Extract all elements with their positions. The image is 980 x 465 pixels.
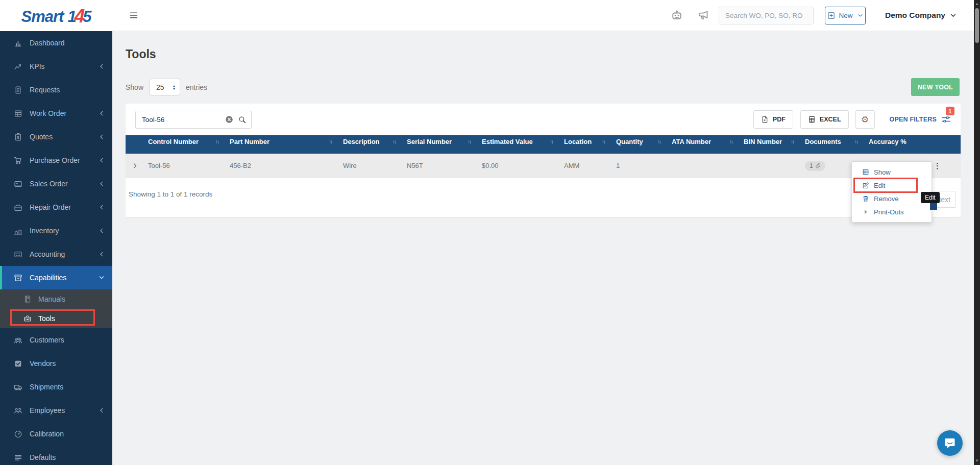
column-header-quantity[interactable]: Quantity↑↓ — [612, 135, 668, 149]
vendor-badge-icon — [14, 359, 22, 368]
sidebar-item-accounting[interactable]: Accounting — [0, 242, 112, 266]
sidebar-item-capabilities[interactable]: Capabilities — [0, 266, 112, 289]
sidebar-item-label: Purchase Order — [30, 156, 80, 164]
context-menu-item-label: Show — [874, 168, 891, 176]
edit-icon — [862, 182, 869, 189]
scrollbar-down-arrow-icon[interactable]: ▼ — [974, 459, 980, 463]
sort-icon[interactable]: ↑↓ — [599, 139, 605, 144]
scrollbar-up-arrow-icon[interactable]: ▲ — [974, 2, 980, 6]
company-selector[interactable]: Demo Company — [885, 11, 957, 20]
column-label: Description — [343, 138, 380, 145]
context-menu-item-print-outs[interactable]: Print-Outs — [852, 205, 932, 218]
show-label: Show — [126, 83, 143, 91]
column-label: Quantity — [616, 138, 643, 145]
column-header-description[interactable]: Description↑↓ — [339, 135, 403, 149]
assistant-bot-icon[interactable] — [671, 9, 683, 21]
page-title: Tools — [126, 47, 974, 61]
open-filters-button[interactable]: OPEN FILTERS 1 — [890, 115, 950, 124]
pdf-label: PDF — [773, 116, 786, 123]
cursor-tooltip: Edit — [921, 192, 940, 203]
column-header-ata-number[interactable]: ATA Number↑↓ — [668, 135, 740, 149]
sidebar-item-label: Shipments — [30, 383, 63, 391]
chevron-left-icon — [99, 204, 105, 210]
pdf-export-button[interactable]: PDF — [753, 110, 793, 129]
sidebar-item-kpis[interactable]: KPIs — [0, 55, 112, 78]
sidebar-item-shipments[interactable]: Shipments — [0, 375, 112, 399]
page-scrollbar[interactable]: ▲ ▼ — [974, 0, 980, 465]
sort-icon[interactable]: ↑↓ — [326, 139, 332, 144]
chevron-down-icon — [99, 275, 105, 281]
sidebar-item-vendors[interactable]: Vendors — [0, 352, 112, 375]
sidebar-item-requests[interactable]: Requests — [0, 78, 112, 102]
sort-icon[interactable]: ↑↓ — [851, 139, 857, 144]
sort-icon[interactable]: ↑↓ — [726, 139, 732, 144]
page-size-value: 25 — [156, 83, 164, 91]
sidebar-item-label: Capabilities — [30, 274, 66, 282]
sidebar-item-label: Vendors — [30, 359, 56, 368]
entries-label: entries — [186, 83, 207, 91]
sort-icon[interactable]: ↑↓ — [547, 139, 553, 144]
column-label: Part Number — [230, 138, 270, 145]
global-search-input[interactable] — [719, 7, 814, 25]
context-menu-item-edit[interactable]: Edit — [852, 179, 932, 192]
sidebar-item-purchase-order[interactable]: Purchase Order — [0, 149, 112, 172]
clipboard-dollar-icon — [14, 133, 22, 141]
new-tool-button[interactable]: NEW TOOL — [911, 78, 960, 96]
sidebar-item-defaults[interactable]: Defaults — [0, 446, 112, 465]
sort-icon[interactable]: ↑↓ — [654, 139, 660, 144]
new-button[interactable]: New — [825, 7, 866, 25]
chevron-left-icon — [99, 228, 105, 234]
sidebar-item-label: Quotes — [30, 133, 53, 141]
sidebar-item-repair-order[interactable]: Repair Order — [0, 195, 112, 219]
sidebar-item-customers[interactable]: Customers — [0, 328, 112, 352]
sort-icon[interactable]: ↑↓ — [464, 139, 471, 144]
table-search-button[interactable] — [233, 111, 252, 129]
column-header-accuracy[interactable]: Accuracy % — [865, 135, 961, 149]
sidebar-subitem-manuals[interactable]: Manuals — [0, 289, 112, 309]
sidebar-item-quotes[interactable]: Quotes — [0, 125, 112, 149]
column-header-estimated-value[interactable]: Estimated Value↑↓ — [478, 135, 560, 149]
column-header-part-number[interactable]: Part Number↑↓ — [226, 135, 339, 149]
row-expand-button[interactable] — [126, 154, 144, 178]
sidebar-item-sales-order[interactable]: Sales Order — [0, 172, 112, 195]
sidebar-item-dashboard[interactable]: Dashboard — [0, 31, 112, 55]
column-header-bin-number[interactable]: BIN Number↑↓ — [740, 135, 801, 149]
column-header-control-number[interactable]: Control Number↑↓ — [144, 135, 226, 149]
scrollbar-thumb[interactable] — [975, 8, 979, 43]
column-header-serial-number[interactable]: Serial Number↑↓ — [403, 135, 478, 149]
page-size-select[interactable]: 25 ▴▾ — [150, 79, 180, 95]
sort-icon[interactable]: ↑↓ — [389, 139, 396, 144]
sort-icon[interactable]: ↑↓ — [212, 139, 218, 144]
context-menu-item-show[interactable]: Show — [852, 165, 932, 179]
row-kebab-menu-icon[interactable]: ⋮ — [934, 162, 941, 169]
clear-search-icon[interactable] — [225, 115, 233, 124]
gauge-icon — [14, 430, 22, 438]
announcements-icon[interactable] — [697, 9, 709, 21]
hamburger-menu-icon[interactable] — [129, 11, 138, 19]
select-arrows-icon: ▴▾ — [173, 85, 175, 90]
table-row[interactable]: Tool-56456-B2WireN56T$0.00AMM11⋮ — [126, 154, 961, 178]
excel-export-button[interactable]: EXCEL — [800, 110, 849, 129]
app-logo[interactable]: Smart145 — [21, 5, 91, 27]
column-header-documents[interactable]: Documents↑↓ — [801, 135, 865, 149]
sidebar-item-calibration[interactable]: Calibration — [0, 422, 112, 446]
documents-badge[interactable]: 1 — [805, 161, 825, 171]
table-search-input[interactable] — [135, 111, 238, 129]
records-summary: Showing 1 to 1 of 1 records — [129, 190, 212, 198]
column-label: Accuracy % — [869, 138, 906, 145]
sidebar-item-inventory[interactable]: Inventory — [0, 219, 112, 242]
chat-launcher-button[interactable] — [937, 430, 963, 456]
sidebar-item-label: Customers — [30, 336, 64, 344]
sort-icon[interactable]: ↑↓ — [788, 139, 794, 144]
table-icon — [14, 109, 22, 118]
sidebar-subitem-tools[interactable]: Tools — [0, 309, 112, 328]
table-header-row: Control Number↑↓Part Number↑↓Description… — [126, 135, 961, 154]
file-icon — [14, 86, 22, 94]
sidebar-item-employees[interactable]: Employees — [0, 399, 112, 422]
context-menu-item-remove[interactable]: Remove — [852, 192, 932, 205]
sidebar-submenu: ManualsTools — [0, 289, 112, 328]
column-header-location[interactable]: Location↑↓ — [560, 135, 612, 149]
table-settings-button[interactable]: ⚙ — [855, 110, 875, 129]
sidebar-item-work-order[interactable]: Work Order — [0, 102, 112, 125]
sidebar-item-label: Employees — [30, 406, 65, 414]
